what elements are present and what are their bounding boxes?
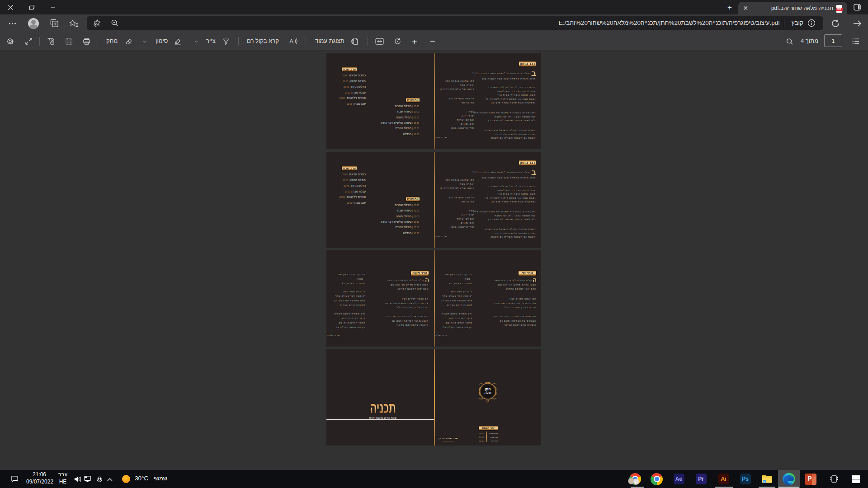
svg-text:A: A xyxy=(289,38,293,45)
svg-text:וכלה: וכלה xyxy=(484,391,491,395)
